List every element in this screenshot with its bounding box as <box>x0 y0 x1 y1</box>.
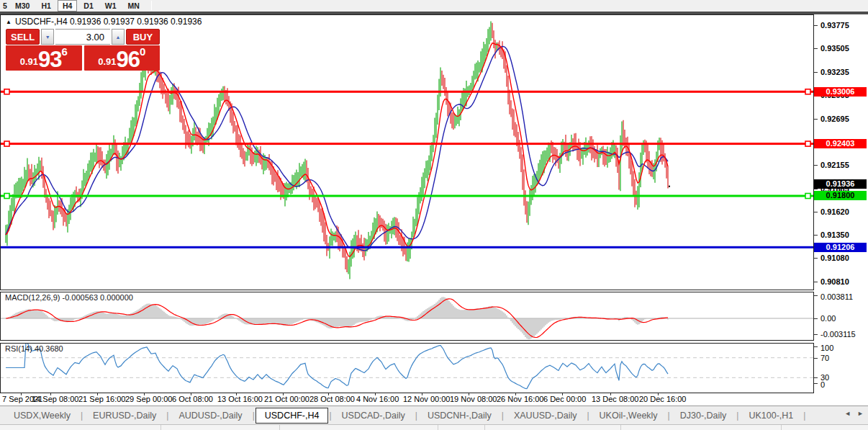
date-axis-tick-mark <box>144 393 145 395</box>
timeframe-button-H4[interactable]: H4 <box>58 0 77 12</box>
rsi-axis-tick-mark <box>814 377 818 378</box>
sell-price-panel[interactable]: 0.91936 <box>6 45 82 71</box>
price-axis-tick: 0.92155 <box>820 161 867 169</box>
timeframe-button-W1[interactable]: W1 <box>100 0 122 12</box>
symbol-tab-ukoil-weekly[interactable]: UKOil-,Weekly <box>590 408 667 423</box>
date-axis-tick-mark <box>422 393 422 395</box>
symbol-tab-bar: USDX,Weekly|EURUSD-,Daily|AUDUSD-,Daily|… <box>0 406 868 424</box>
timeframe-button-M30[interactable]: M30 <box>10 0 35 12</box>
macd-label: MACD(12,26,9) -0.000563 0.000000 <box>5 293 133 302</box>
price-axis-tick-mark <box>814 119 818 120</box>
tab-scroll-buttons: ◄ ► <box>844 410 864 417</box>
timeframe-button-5[interactable]: 5 <box>1 0 9 12</box>
price-axis-tick-mark <box>814 258 818 259</box>
sell-price-pipette: 6 <box>61 47 67 57</box>
bottom-column-separator <box>279 425 280 430</box>
price-axis-tick: 0.91080 <box>820 254 867 262</box>
volume-decrease-button[interactable]: ▼ <box>41 29 54 45</box>
symbol-tab-audusd-daily[interactable]: AUDUSD-,Daily <box>169 408 251 423</box>
date-axis-label: 4 Nov 16:00 <box>356 395 399 403</box>
price-axis-tick: 0.93775 <box>820 21 867 30</box>
price-axis-tick-mark <box>814 48 818 49</box>
timeframe-button-MN[interactable]: MN <box>123 0 145 12</box>
price-level-badge: 0.91206 <box>814 243 867 252</box>
symbol-tab-usdx-weekly[interactable]: USDX,Weekly <box>4 408 80 423</box>
current-price-badge: 0.91936 <box>814 179 867 189</box>
date-axis-tick-mark <box>328 393 329 395</box>
timeframe-toolbar: 5M30H1H4D1W1MN <box>0 0 868 12</box>
price-axis-tick-mark <box>814 212 818 212</box>
price-axis-tick-mark <box>814 25 818 26</box>
price-axis-tick: 0.91620 <box>820 207 867 216</box>
chevron-up-icon: ▲ <box>115 35 120 40</box>
date-axis-tick-mark <box>283 393 284 395</box>
rsi-axis-tick: 100 <box>820 344 867 352</box>
symbol-tab-eurusd-daily[interactable]: EURUSD-,Daily <box>83 408 166 423</box>
tab-separator: | <box>803 411 806 421</box>
chart-quote-header: ▲ USDCHF-,H4 0.91936 0.91937 0.91936 0.9… <box>6 17 202 27</box>
chart-quote-text: USDCHF-,H4 0.91936 0.91937 0.91936 0.919… <box>15 17 202 27</box>
price-axis-tick: 0.92695 <box>820 115 867 123</box>
buy-price-panel[interactable]: 0.91960 <box>84 45 161 71</box>
date-axis-tick-mark <box>469 393 469 395</box>
rsi-indicator-pane[interactable] <box>0 343 813 393</box>
sell-button[interactable]: SELL <box>6 29 40 45</box>
price-axis-tick-mark <box>814 72 818 73</box>
date-axis-label: 13 Oct 16:00 <box>217 395 263 403</box>
price-axis-tick: 0.90810 <box>820 277 867 286</box>
tab-scroll-left-icon[interactable]: ◄ <box>844 410 851 417</box>
date-axis-label: 21 Oct 00:00 <box>264 395 309 403</box>
rsi-axis-tick-mark <box>814 358 818 359</box>
rsi-axis-tick-mark <box>814 346 818 347</box>
date-axis-label: 28 Oct 08:00 <box>309 395 355 403</box>
toolbar-separator <box>151 1 152 11</box>
bottom-column-separator <box>438 425 438 430</box>
symbol-tab-uk100-h1[interactable]: UK100-,H1 <box>739 408 803 423</box>
date-axis-label: 20 Dec 16:00 <box>639 395 686 403</box>
bottom-column-separator <box>620 425 621 430</box>
buy-price-big-digits: 96 <box>116 50 139 69</box>
rsi-value: 40.3680 <box>35 344 63 353</box>
macd-axis-tick-mark <box>814 334 818 335</box>
symbol-tab-usdcnh-daily[interactable]: USDCNH-,Daily <box>418 408 501 423</box>
price-level-badge: 0.93006 <box>814 87 867 97</box>
symbol-tab-usdchf-h4[interactable]: USDCHF-,H4 <box>256 408 329 424</box>
one-click-trade-widget: SELL ▼ ▲ BUY 0.91936 0.91960 <box>6 29 160 71</box>
buy-button[interactable]: BUY <box>126 29 160 45</box>
rsi-axis-tick: 0 <box>820 380 867 389</box>
date-axis-label: 6 Dec 00:00 <box>543 395 586 403</box>
chevron-down-icon: ▼ <box>45 35 50 40</box>
tab-scroll-right-icon[interactable]: ► <box>857 410 864 417</box>
date-axis-label: 19 Nov 08:00 <box>450 395 497 403</box>
date-axis-label: 14 Sep 08:00 <box>32 395 78 403</box>
macd-axis-tick: -0.003115 <box>820 330 867 339</box>
chart-expand-icon[interactable]: ▲ <box>6 19 12 25</box>
sell-price-big-digits: 93 <box>38 50 61 69</box>
date-axis-label: 12 Nov 00:00 <box>403 395 450 403</box>
date-axis-label: 21 Sep 16:00 <box>78 395 125 403</box>
date-axis-tick-mark <box>50 393 51 395</box>
price-level-badge: 0.92403 <box>814 139 867 148</box>
volume-input[interactable] <box>55 29 110 45</box>
symbol-tab-dj30-daily[interactable]: DJ30-,Daily <box>671 408 736 423</box>
trade-prices-row: 0.91936 0.91960 <box>6 45 160 71</box>
symbol-tab-usdcad-daily[interactable]: USDCAD-,Daily <box>333 408 415 423</box>
timeframe-button-D1[interactable]: D1 <box>78 0 98 12</box>
symbol-tab-xauusd-daily[interactable]: XAUUSD-,Daily <box>505 408 587 423</box>
volume-increase-button[interactable]: ▲ <box>112 29 125 45</box>
trade-controls-row: SELL ▼ ▲ BUY <box>6 29 160 45</box>
macd-axis-tick-mark <box>814 295 818 296</box>
bottom-panel-edge <box>0 424 868 430</box>
macd-axis-tick: 0.00 <box>820 314 867 323</box>
date-axis-label: 6 Oct 08:00 <box>172 395 213 403</box>
macd-values: -0.000563 0.000000 <box>62 293 132 302</box>
date-axis-tick-mark <box>21 393 22 395</box>
price-axis-tick-mark <box>814 282 818 282</box>
price-axis-tick-mark <box>814 189 818 189</box>
price-axis-tick: 0.93505 <box>820 44 867 53</box>
buy-price-prefix: 0.91 <box>98 55 116 69</box>
timeframe-button-H1[interactable]: H1 <box>36 0 55 12</box>
date-axis-tick-mark <box>515 393 516 395</box>
buy-price-pipette: 0 <box>140 47 145 57</box>
date-axis-label: 13 Dec 08:00 <box>592 395 638 403</box>
